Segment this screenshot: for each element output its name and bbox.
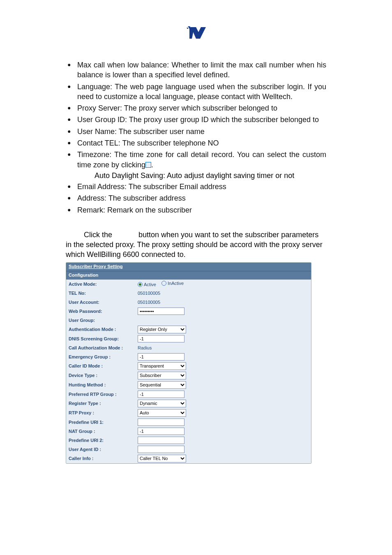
feature-list-2: Email Address: The subscriber Email addr… xyxy=(66,182,326,215)
emergency-group-label: Emergency Group : xyxy=(69,354,138,359)
list-item: Address: The subscriber address xyxy=(66,193,326,203)
caller-info-label: Caller Info : xyxy=(69,456,138,461)
auth-mode-select[interactable]: Register Only xyxy=(138,326,186,333)
list-item: User Name: The subscriber user name xyxy=(66,127,326,136)
rtp-proxy-select[interactable]: Auto xyxy=(138,409,186,417)
subscriber-proxy-panel: Subscriber Proxy Setting Configuration A… xyxy=(66,262,311,464)
tel-no-label: TEL No: xyxy=(69,291,138,296)
rtp-group-label: Preferred RTP Group : xyxy=(69,392,138,397)
rtp-group-input[interactable] xyxy=(138,391,184,398)
proxy-paragraph: Click thebutton when you want to set the… xyxy=(66,230,326,260)
panel-title: Subscriber Proxy Setting xyxy=(66,263,311,271)
predefine-uri1-input[interactable] xyxy=(138,419,184,426)
user-agent-id-label: User Agent ID : xyxy=(69,447,138,452)
brand-logo xyxy=(66,25,326,44)
register-type-label: Register Type : xyxy=(69,401,138,406)
device-type-label: Device Type : xyxy=(69,373,138,378)
emergency-group-input[interactable] xyxy=(138,353,184,361)
call-auth-mode-label: Call Authorization Mode : xyxy=(69,345,138,350)
nat-group-label: NAT Group : xyxy=(69,429,138,434)
auth-mode-label: Authentication Mode : xyxy=(69,327,138,332)
list-item: Proxy Server: The proxy server which sub… xyxy=(66,103,326,113)
dnis-group-input[interactable] xyxy=(138,335,184,342)
predefine-uri2-input[interactable] xyxy=(138,437,184,444)
list-item-text: Timezone: The time zone for call detail … xyxy=(77,150,326,169)
radio-icon xyxy=(161,281,166,286)
caller-id-mode-select[interactable]: Transparent xyxy=(138,362,186,370)
list-item: Language: The web page language used whe… xyxy=(66,82,326,102)
user-group-label: User Group: xyxy=(69,318,138,323)
list-item-suffix: . xyxy=(151,161,153,169)
device-type-select[interactable]: Subscriber xyxy=(138,372,186,379)
para-prefix: Click the xyxy=(84,231,112,239)
rtp-proxy-label: RTP Proxy : xyxy=(69,410,138,415)
user-account-value: 050100005 xyxy=(138,300,160,305)
predefine-uri1-label: Predefine URI 1: xyxy=(69,420,138,425)
web-password-label: Web Password: xyxy=(69,309,138,314)
caller-id-mode-label: Caller ID Mode : xyxy=(69,363,138,368)
nat-group-input[interactable] xyxy=(138,428,184,435)
auto-dst-note: Auto Daylight Saving: Auto adjust daylig… xyxy=(66,171,326,180)
register-type-select[interactable]: Dynamic xyxy=(138,400,186,407)
feature-list: Max call when low balance: Whether to li… xyxy=(66,60,326,170)
active-mode-label: Active Mode: xyxy=(69,282,138,287)
radio-icon xyxy=(138,282,143,287)
web-password-input[interactable] xyxy=(138,308,184,315)
checkbox-icon xyxy=(145,162,151,168)
tel-no-value: 050100005 xyxy=(138,291,160,296)
user-agent-id-input[interactable] xyxy=(138,446,184,453)
hunting-method-label: Hunting Method : xyxy=(69,382,138,387)
list-item: Email Address: The subscriber Email addr… xyxy=(66,182,326,192)
active-radio[interactable]: Active xyxy=(138,282,156,287)
list-item: Contact TEL: The subscriber telephone NO xyxy=(66,138,326,148)
hunting-method-select[interactable]: Sequential xyxy=(138,381,186,389)
panel-section-header: Configuration xyxy=(66,271,311,280)
dnis-group-label: DNIS Screening Group: xyxy=(69,336,138,341)
list-item: Timezone: The time zone for call detail … xyxy=(66,150,326,170)
user-account-label: User Account: xyxy=(69,300,138,305)
inactive-radio-label: InActive xyxy=(168,281,184,286)
active-radio-label: Active xyxy=(144,282,156,287)
inactive-radio[interactable]: InActive xyxy=(161,281,184,286)
predefine-uri2-label: Predefine URI 2: xyxy=(69,438,138,443)
list-item: User Group ID: The proxy user group ID w… xyxy=(66,115,326,125)
list-item: Max call when low balance: Whether to li… xyxy=(66,60,326,80)
caller-info-select[interactable]: Caller TEL No xyxy=(138,455,186,462)
list-item: Remark: Remark on the subscriber xyxy=(66,205,326,215)
call-auth-mode-value: Radius xyxy=(138,345,152,350)
